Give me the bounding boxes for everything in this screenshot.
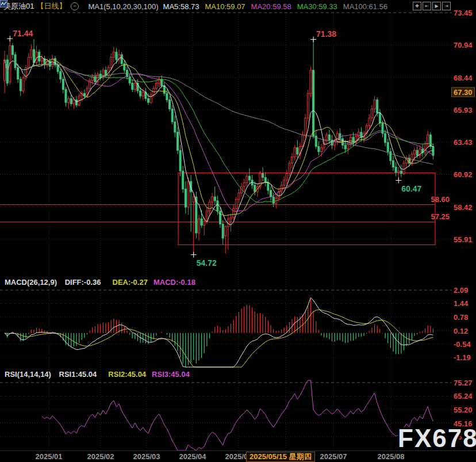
macd-pane-title: MACD(26,12,9) DIFF:-0.36DEA:-0.27MACD:-0… <box>5 278 201 287</box>
ma5-line <box>5 56 433 225</box>
macd-axis-label: 2.09 <box>454 286 468 295</box>
rsi-pane-title: RSI(14,14,14) RSI1:45.04RSI2:45.04RSI3:4… <box>5 370 195 379</box>
rsi-axis-label: 75.27 <box>454 378 473 387</box>
level-price-label: 58.60 <box>414 195 450 204</box>
y-axis-label: 65.93 <box>454 105 473 114</box>
y-axis-label: 68.44 <box>454 73 473 82</box>
chart-canvas[interactable] <box>0 0 476 462</box>
scale-right-icon[interactable]: ⇥ <box>442 2 451 10</box>
dea-line <box>5 310 433 368</box>
scale-play-icon[interactable]: ▶ <box>432 2 441 10</box>
ma-value-label: MA5:58.73 <box>163 2 199 11</box>
time-axis-label: 2025/02 <box>87 452 114 461</box>
macd-dea-value: DEA:-0.27 <box>113 278 148 287</box>
low-annotation: 54.72 <box>197 258 217 268</box>
symbol-name: 美原油01 <box>3 1 34 12</box>
time-axis-label: 2025/01 <box>36 452 63 461</box>
rsi1-value: RSI1:45.04 <box>59 370 97 379</box>
time-axis-label: 2025/08 <box>378 452 405 461</box>
time-axis-label: 2025/07 <box>320 452 347 461</box>
time-axis-label: 2025/04 <box>179 452 206 461</box>
macd-axis-label: 1.44 <box>454 299 468 308</box>
ma-value-label: MA20:59.58 <box>251 2 291 11</box>
level-price-label: 57.25 <box>414 212 450 221</box>
ma-value-label: MA10:59.07 <box>205 2 245 11</box>
macd-diff-value: DIFF:-0.36 <box>65 278 101 287</box>
crosshair-date-label: 2025/05/15 星期四 <box>246 452 315 462</box>
chart-header: 美原油01 【日线】 − MA1(5,10,20,30,100) MA5:58.… <box>0 0 387 13</box>
macd-axis-label: -1.19 <box>454 353 471 362</box>
ma10-line <box>5 59 433 216</box>
ma-value-label: MA100:61.56 <box>343 2 387 11</box>
macd-axis-label: 0.12 <box>454 326 468 335</box>
ma30-line <box>5 60 433 203</box>
macd-macd-value: MACD:-0.18 <box>153 278 195 287</box>
rsi-axis-label: 65.24 <box>454 392 473 400</box>
macd-axis-label: 0.78 <box>454 312 468 321</box>
y-axis-label: 55.91 <box>454 235 473 244</box>
crosshair-price-label: 67.30 <box>451 87 475 97</box>
collapse-indicator-icon[interactable]: − <box>71 2 79 10</box>
ma-lines <box>5 56 433 225</box>
rsi-line <box>42 380 433 450</box>
macd-axis-label: -0.54 <box>454 340 471 349</box>
macd-layer <box>5 297 433 367</box>
rsi-title: RSI(14,14,14) <box>5 370 51 379</box>
rsi2-value: RSI2:45.04 <box>108 370 146 379</box>
rsi-axis-label: 55.20 <box>454 405 473 414</box>
watermark-fx678: FX678 <box>398 424 476 453</box>
y-axis-label: 73.45 <box>454 9 473 17</box>
chart-toolbar: ✚⇤▶⇥ <box>413 2 451 10</box>
y-axis-label: 58.42 <box>454 203 473 211</box>
macd-title: MACD(26,12,9) <box>5 278 57 287</box>
ma-value-label: MA30:59.33 <box>297 2 337 11</box>
ma-settings-label: MA1(5,10,20,30,100) <box>88 2 158 11</box>
pan-crosshair-icon[interactable]: ✚ <box>413 2 421 10</box>
high-annotation: 71.38 <box>316 29 336 39</box>
y-axis-label: 63.43 <box>454 138 473 147</box>
period-label: 【日线】 <box>36 1 66 12</box>
scale-left-icon[interactable]: ⇤ <box>423 2 431 10</box>
ma100-line <box>5 60 433 164</box>
diff-line <box>5 297 433 367</box>
y-axis-label: 70.94 <box>454 41 473 49</box>
y-axis-label: 60.92 <box>454 170 473 179</box>
time-axis-label: 2025/03 <box>133 452 160 461</box>
low-annotation: 60.47 <box>401 184 421 193</box>
high-annotation: 71.44 <box>13 29 33 38</box>
rsi-layer <box>42 380 433 450</box>
rsi3-value: RSI3:45.04 <box>152 370 190 379</box>
ma-values: MA5:58.73MA10:59.07MA20:59.58MA30:59.33M… <box>163 2 388 11</box>
chart-app: 美原油01 【日线】 − MA1(5,10,20,30,100) MA5:58.… <box>0 0 476 462</box>
